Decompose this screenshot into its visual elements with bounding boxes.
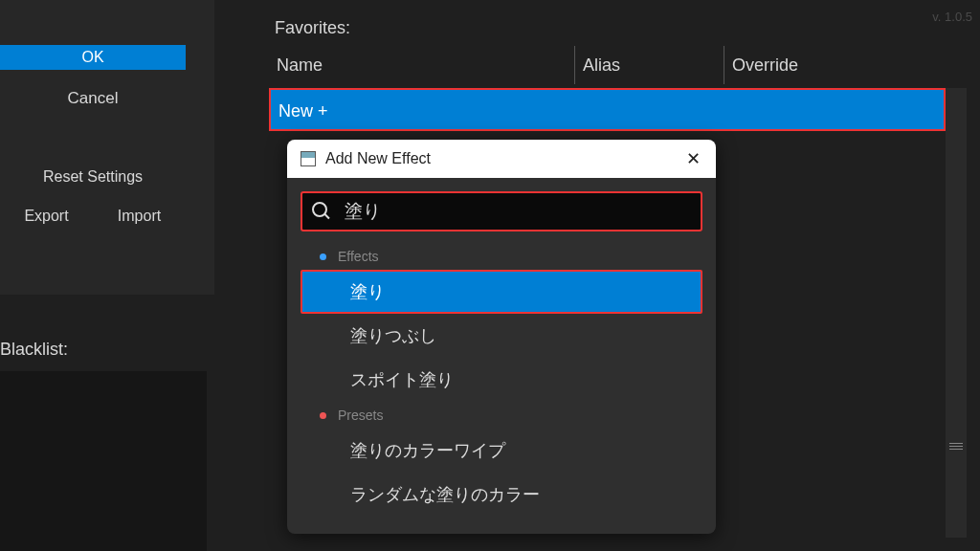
search-input[interactable] bbox=[345, 201, 691, 222]
window-icon bbox=[301, 151, 316, 166]
add-effect-dialog: Add New Effect ✕ Effects 塗り 塗りつぶし スポイト塗り… bbox=[287, 140, 716, 534]
dialog-titlebar[interactable]: Add New Effect ✕ bbox=[287, 140, 716, 178]
import-button[interactable]: Import bbox=[93, 202, 186, 231]
export-button[interactable]: Export bbox=[0, 202, 93, 231]
column-alias[interactable]: Alias bbox=[575, 46, 724, 84]
group-presets: Presets bbox=[301, 402, 702, 429]
dot-icon bbox=[320, 412, 326, 419]
dot-icon bbox=[320, 253, 326, 260]
effect-item[interactable]: 塗り bbox=[301, 270, 702, 314]
scrollbar-track[interactable] bbox=[946, 88, 967, 538]
new-favorite-row[interactable]: New + bbox=[269, 88, 946, 131]
blacklist-box[interactable] bbox=[0, 371, 207, 551]
group-effects-label: Effects bbox=[338, 249, 379, 264]
column-name[interactable]: Name bbox=[269, 46, 575, 84]
group-presets-label: Presets bbox=[338, 408, 383, 423]
cancel-button[interactable]: Cancel bbox=[0, 83, 186, 114]
reset-settings-button[interactable]: Reset Settings bbox=[0, 162, 186, 192]
group-effects: Effects bbox=[301, 243, 702, 270]
favorites-label: Favorites: bbox=[275, 18, 350, 38]
scrollbar-grip-icon[interactable] bbox=[946, 436, 967, 455]
effect-item[interactable]: スポイト塗り bbox=[301, 358, 702, 402]
ok-button[interactable]: OK bbox=[0, 45, 186, 70]
version-label: v. 1.0.5 bbox=[932, 10, 972, 24]
dialog-title: Add New Effect bbox=[325, 150, 683, 167]
blacklist-label: Blacklist: bbox=[0, 340, 68, 360]
favorites-table-header: Name Alias Override bbox=[269, 46, 967, 84]
effect-item[interactable]: 塗りつぶし bbox=[301, 314, 702, 358]
preset-item[interactable]: ランダムな塗りのカラー bbox=[301, 473, 702, 517]
search-box[interactable] bbox=[301, 191, 702, 231]
search-icon bbox=[312, 202, 331, 221]
column-override[interactable]: Override bbox=[724, 46, 967, 84]
preset-item[interactable]: 塗りのカラーワイプ bbox=[301, 429, 702, 473]
close-icon[interactable]: ✕ bbox=[683, 148, 702, 169]
